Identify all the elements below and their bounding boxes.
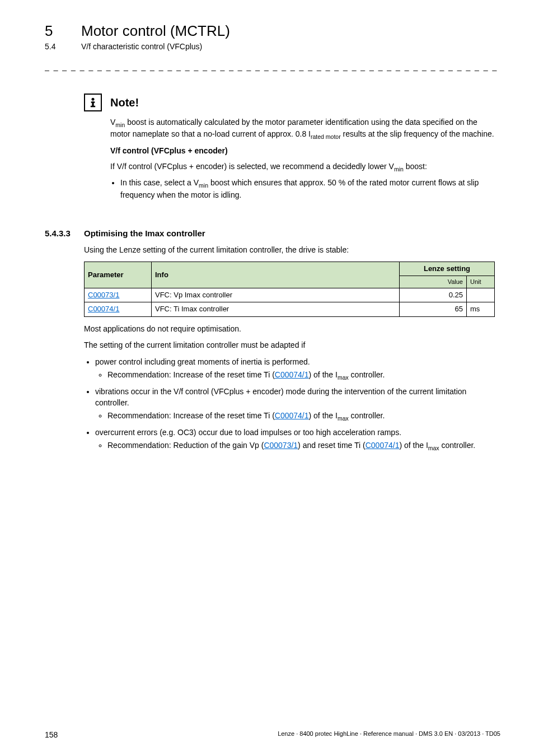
subsection-title: Optimising the Imax controller <box>84 228 205 238</box>
th-lenze-setting: Lenze setting <box>400 262 495 276</box>
parameter-table: Parameter Info Lenze setting Value Unit … <box>84 262 495 317</box>
note-label: Note! <box>110 96 139 109</box>
note-block: Note! Vmin boost is automatically calcul… <box>84 94 495 200</box>
th-parameter: Parameter <box>85 262 152 288</box>
list-item: overcurrent errors (e.g. OC3) occur due … <box>95 427 495 452</box>
info-icon <box>84 94 102 111</box>
page-number: 158 <box>45 730 58 739</box>
param-link[interactable]: C00074/1 <box>366 441 400 450</box>
sub-list-item: Recommendation: Increase of the reset ti… <box>107 410 495 422</box>
th-unit: Unit <box>467 276 495 288</box>
sub-list-item: Recommendation: Reduction of the gain Vp… <box>107 440 495 452</box>
param-link[interactable]: C00074/1 <box>275 411 309 420</box>
section-title: V/f characteristic control (VFCplus) <box>81 42 202 51</box>
note-paragraph-1: Vmin boost is automatically calculated b… <box>110 117 495 141</box>
after-paragraph-1: Most applications do not require optimis… <box>84 324 495 335</box>
param-link[interactable]: C00073/1 <box>88 291 119 299</box>
param-link[interactable]: C00074/1 <box>275 370 309 379</box>
note-paragraph-3: If V/f control (VFCplus + encoder) is se… <box>110 161 495 173</box>
chapter-number: 5 <box>45 22 62 40</box>
th-info: Info <box>152 262 400 288</box>
svg-rect-3 <box>91 106 95 108</box>
chapter-title: Motor control (MCTRL) <box>81 22 230 40</box>
section-number: 5.4 <box>45 42 62 51</box>
after-paragraph-2: The setting of the current limitation co… <box>84 340 495 351</box>
param-link[interactable]: C00073/1 <box>264 441 298 450</box>
list-item: power control including great moments of… <box>95 357 495 382</box>
info-cell: VFC: Ti Imax controller <box>152 302 400 316</box>
footer-text: Lenze · 8400 protec HighLine · Reference… <box>278 730 500 739</box>
divider-dashes: _ _ _ _ _ _ _ _ _ _ _ _ _ _ _ _ _ _ _ _ … <box>45 62 500 71</box>
table-row: C00073/1 VFC: Vp Imax controller 0.25 <box>85 288 495 302</box>
info-cell: VFC: Vp Imax controller <box>152 288 400 302</box>
note-bullet: In this case, select a Vmin boost which … <box>120 178 495 200</box>
svg-point-0 <box>92 98 95 101</box>
note-subheading: V/f control (VFCplus + encoder) <box>110 146 495 157</box>
list-item: vibrations occur in the V/f control (VFC… <box>95 386 495 423</box>
value-cell: 65 <box>400 302 467 316</box>
value-cell: 0.25 <box>400 288 467 302</box>
intro-paragraph: Using the Lenze setting of the current l… <box>84 245 495 256</box>
unit-cell: ms <box>467 302 495 316</box>
table-row: C00074/1 VFC: Ti Imax controller 65 ms <box>85 302 495 316</box>
th-value: Value <box>400 276 467 288</box>
sub-list-item: Recommendation: Increase of the reset ti… <box>107 370 495 381</box>
unit-cell <box>467 288 495 302</box>
subsection-number: 5.4.3.3 <box>45 228 84 238</box>
param-link[interactable]: C00074/1 <box>88 305 119 313</box>
